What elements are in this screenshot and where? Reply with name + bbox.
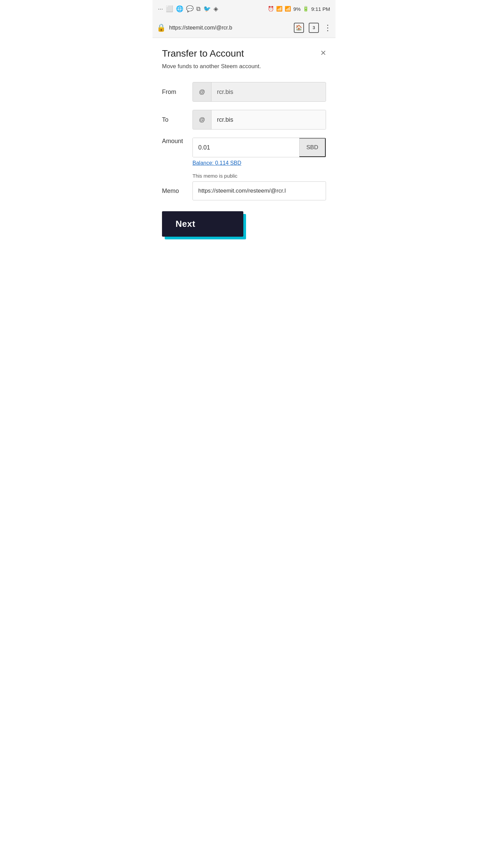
next-button-container: Next [162,211,243,237]
chat-icon: 💬 [186,5,194,13]
signal-icon: 📶 [285,6,291,12]
main-content: Transfer to Account × Move funds to anot… [152,38,336,247]
from-row: From @ [162,82,326,102]
from-at-symbol: @ [193,82,211,101]
ellipsis-icon: ··· [158,5,163,13]
status-bar-left: ··· ⬜ 🌐 💬 ⧉ 🐦 ◈ [158,5,218,13]
url-bar[interactable]: https://steemit.com/@rcr.b [169,25,290,31]
amount-input-group: SBD [192,138,326,157]
memo-row: Memo [162,181,326,200]
currency-button[interactable]: SBD [299,138,326,157]
dialog-subtitle: Move funds to another Steem account. [162,63,326,70]
dialog-header: Transfer to Account × [162,48,326,59]
wifi-icon: 📶 [276,6,283,12]
discord-icon: ◈ [214,5,218,13]
amount-input[interactable] [193,138,299,157]
to-input-group: @ [192,110,326,130]
browser-bar: 🔒 https://steemit.com/@rcr.b 🏠 3 ⋮ [152,18,336,38]
lock-icon: 🔒 [157,23,166,32]
from-label: From [162,88,192,96]
to-label: To [162,116,192,123]
flipboard-icon: ⧉ [196,5,201,13]
balance-link[interactable]: Balance: 0.114 SBD [192,160,326,166]
home-button[interactable]: 🏠 [294,23,304,33]
close-button[interactable]: × [321,48,326,58]
to-input[interactable] [211,110,326,129]
memo-note: This memo is public [192,173,326,179]
dialog-title: Transfer to Account [162,48,244,59]
image-icon: ⬜ [166,5,173,13]
menu-button[interactable]: ⋮ [324,24,331,32]
battery-icon: 🔋 [303,6,309,12]
from-input[interactable] [211,82,326,101]
to-at-symbol: @ [193,110,211,129]
to-row: To @ [162,110,326,130]
time: 9:11 PM [311,6,330,12]
status-bar-right: ⏰ 📶 📶 9% 🔋 9:11 PM [268,6,330,12]
memo-label: Memo [162,188,192,195]
next-button[interactable]: Next [162,211,243,237]
alarm-icon: ⏰ [268,6,274,12]
twitter-icon: 🐦 [203,5,211,13]
tabs-button[interactable]: 3 [309,23,319,33]
status-bar: ··· ⬜ 🌐 💬 ⧉ 🐦 ◈ ⏰ 📶 📶 9% 🔋 9:11 PM [152,0,336,18]
amount-label: Amount [162,138,192,145]
memo-input[interactable] [192,181,326,200]
from-input-group: @ [192,82,326,102]
battery-percent: 9% [293,6,301,12]
browser-actions: 🏠 3 ⋮ [294,23,331,33]
amount-row: Amount SBD [162,138,326,157]
wsop-icon: 🌐 [176,5,183,13]
